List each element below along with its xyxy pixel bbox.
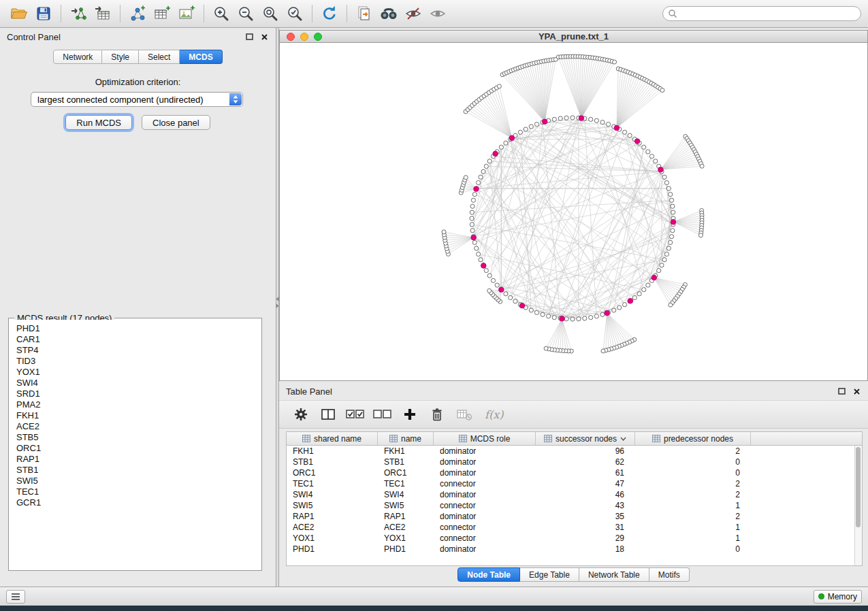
settings-icon[interactable] (289, 404, 313, 425)
tab-edge-table[interactable]: Edge Table (520, 567, 579, 582)
column-header-name[interactable]: name (378, 432, 434, 446)
table-row[interactable]: ORC1ORC1dominator610 (287, 467, 862, 478)
mcds-result-item[interactable]: STB5 (16, 432, 260, 443)
table-cell: 0 (635, 544, 751, 554)
optimization-select[interactable]: largest connected component (undirected) (31, 92, 243, 107)
search-field[interactable] (662, 6, 861, 21)
new-network-icon[interactable] (125, 3, 150, 24)
run-mcds-button[interactable]: Run MCDS (65, 115, 132, 130)
table-cell: 35 (536, 512, 635, 521)
close-panel-icon[interactable] (260, 33, 269, 42)
memory-button[interactable]: Memory (814, 590, 862, 604)
export-image-icon[interactable] (174, 3, 199, 24)
table-cell: SWI5 (378, 501, 434, 510)
mcds-result-item[interactable]: SWI5 (16, 476, 260, 486)
zoom-selected-icon[interactable] (283, 3, 307, 24)
table-row[interactable]: FKH1FKH1dominator962 (287, 446, 862, 457)
network-window-titlebar[interactable]: YPA_prune.txt_1 (279, 30, 868, 43)
tab-node-table[interactable]: Node Table (457, 567, 520, 582)
mcds-result-item[interactable]: RAP1 (16, 454, 260, 465)
control-panel: Control Panel NetworkStyleSelectMCDS Opt… (0, 28, 276, 587)
import-table-icon[interactable] (91, 3, 115, 24)
mcds-result-item[interactable]: SRD1 (16, 389, 260, 399)
open-icon[interactable] (7, 3, 31, 24)
fx-button[interactable]: f(x) (479, 404, 509, 425)
mcds-result-item[interactable]: TID3 (16, 356, 260, 367)
network-title: YPA_prune.txt_1 (539, 31, 609, 42)
hide-selected-icon[interactable] (401, 3, 425, 24)
table-cell: 0 (635, 457, 751, 467)
column-header-predecessor-nodes[interactable]: predecessor nodes (635, 432, 751, 446)
search-input[interactable] (680, 7, 861, 20)
close-window-icon[interactable] (287, 33, 295, 41)
close-panel-button[interactable]: Close panel (142, 115, 210, 130)
tab-style[interactable]: Style (102, 50, 139, 64)
select-all-icon[interactable] (343, 404, 368, 425)
network-canvas[interactable] (279, 43, 868, 381)
clear-table-icon[interactable] (452, 404, 477, 425)
column-header-filler (751, 432, 862, 446)
sort-desc-icon (620, 437, 626, 441)
show-all-icon[interactable] (425, 3, 450, 24)
close-panel-icon[interactable] (852, 387, 861, 396)
mcds-result-list[interactable]: PHD1CAR1STP4TID3YOX1SWI4SRD1PMA2FKH1ACE2… (10, 320, 260, 569)
table-row[interactable]: ACE2ACE2connector311 (287, 522, 862, 533)
mcds-result-item[interactable]: STP4 (16, 345, 260, 356)
column-header-mcds-role[interactable]: MCDS role (434, 432, 536, 446)
import-network-icon[interactable] (66, 3, 91, 24)
mcds-result-item[interactable]: ACE2 (16, 421, 260, 432)
tab-mcds[interactable]: MCDS (180, 50, 222, 64)
table-row[interactable]: PHD1PHD1dominator180 (287, 544, 862, 555)
table-row[interactable]: TEC1TEC1connector472 (287, 478, 862, 489)
refresh-icon[interactable] (317, 3, 342, 24)
table-scrollbar[interactable] (854, 446, 862, 565)
scrollbar-thumb[interactable] (856, 447, 861, 527)
mcds-result-item[interactable]: CAR1 (16, 334, 260, 345)
mcds-result-item[interactable]: TEC1 (16, 486, 260, 497)
toolbar-separator (312, 5, 312, 22)
tab-network-table[interactable]: Network Table (579, 567, 649, 582)
column-header-successor-nodes[interactable]: successor nodes (536, 432, 635, 446)
divider-collapse-icon[interactable] (276, 297, 278, 308)
table-panel-header: Table Panel (279, 382, 868, 400)
table-cell: dominator (434, 512, 536, 521)
float-panel-icon[interactable] (245, 33, 254, 42)
mcds-result-item[interactable]: PMA2 (16, 399, 260, 410)
zoom-in-icon[interactable] (209, 3, 234, 24)
float-panel-icon[interactable] (837, 387, 846, 396)
zoom-fit-icon[interactable] (258, 3, 283, 24)
zoom-window-icon[interactable] (314, 33, 322, 41)
tab-select[interactable]: Select (139, 50, 180, 64)
table-row[interactable]: SWI4SWI4dominator462 (287, 489, 862, 500)
mcds-result-item[interactable]: STB1 (16, 465, 260, 476)
table-body: FKH1FKH1dominator962STB1STB1dominator620… (287, 446, 862, 555)
table-row[interactable]: RAP1RAP1dominator352 (287, 511, 862, 522)
zoom-out-icon[interactable] (234, 3, 258, 24)
mcds-result-item[interactable]: FKH1 (16, 410, 260, 421)
mcds-result-item[interactable]: PHD1 (16, 323, 260, 334)
column-header-shared-name[interactable]: shared name (287, 432, 378, 446)
mcds-result-item[interactable]: GCR1 (16, 497, 260, 508)
tab-motifs[interactable]: Motifs (649, 567, 690, 582)
network-window: YPA_prune.txt_1 (279, 30, 868, 382)
mcds-result-item[interactable]: YOX1 (16, 367, 260, 378)
tab-network[interactable]: Network (53, 50, 102, 64)
add-row-icon[interactable] (398, 404, 422, 425)
new-table-icon[interactable] (150, 3, 174, 24)
table-row[interactable]: SWI5SWI5connector431 (287, 500, 862, 511)
network-graph[interactable] (280, 43, 867, 380)
status-menu-button[interactable] (6, 590, 25, 604)
duplicate-icon[interactable] (352, 3, 376, 24)
mcds-result-item[interactable]: SWI4 (16, 378, 260, 389)
toolbar-separator (347, 5, 347, 22)
save-icon[interactable] (31, 3, 56, 24)
table-row[interactable]: STB1STB1dominator620 (287, 457, 862, 467)
column-label: MCDS role (470, 434, 511, 444)
columns-icon[interactable] (316, 404, 340, 425)
minimize-window-icon[interactable] (300, 33, 308, 41)
mcds-result-item[interactable]: ORC1 (16, 443, 260, 454)
deselect-all-icon[interactable] (370, 404, 395, 425)
delete-row-icon[interactable] (425, 404, 449, 425)
search-network-icon[interactable] (376, 3, 401, 24)
table-row[interactable]: YOX1YOX1connector291 (287, 533, 862, 544)
